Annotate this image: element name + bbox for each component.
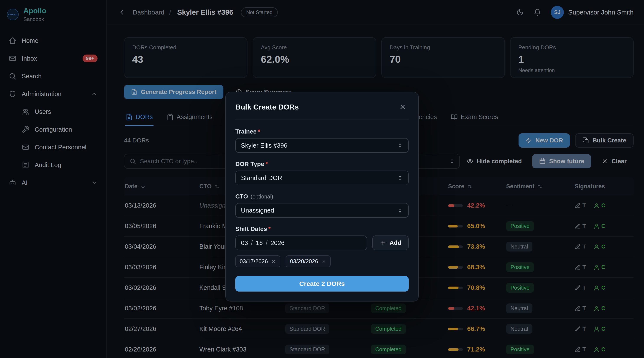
selected-value: Unassigned: [241, 207, 274, 214]
shift-date-row: 03 / 16 / 2026 Add: [235, 235, 409, 250]
date-separator: /: [266, 239, 268, 247]
date-year: 2026: [271, 239, 285, 247]
chevrons-up-down-icon: [397, 207, 403, 213]
dor-type-label: DOR Type: [235, 161, 264, 168]
optional-marker: (optional): [251, 193, 273, 200]
date-separator: /: [251, 239, 253, 247]
modal-header: Bulk Create DORs: [235, 101, 409, 120]
cto-label: CTO: [235, 193, 248, 200]
chip-label: 03/17/2026: [240, 258, 268, 265]
required-marker: *: [268, 225, 271, 232]
shift-date-input[interactable]: 03 / 16 / 2026: [235, 235, 367, 250]
date-month: 03: [241, 239, 248, 247]
cto-field: CTO (optional) Unassigned: [235, 193, 409, 218]
shift-dates-field: Shift Dates * 03 / 16 / 2026 Add 03/17/2…: [235, 225, 409, 267]
shift-date-chip: 03/17/2026: [235, 255, 280, 267]
chevrons-up-down-icon: [397, 175, 403, 181]
modal-title: Bulk Create DORs: [235, 103, 299, 111]
required-marker: *: [266, 161, 268, 168]
trainee-select[interactable]: Skyler Ellis #396: [235, 138, 409, 153]
shift-dates-label: Shift Dates: [235, 225, 267, 232]
trainee-field: Trainee * Skyler Ellis #396: [235, 128, 409, 153]
required-marker: *: [258, 128, 260, 135]
selected-value: Standard DOR: [241, 175, 282, 181]
dor-type-select[interactable]: Standard DOR: [235, 171, 409, 185]
remove-chip-icon[interactable]: [271, 259, 276, 264]
add-shift-date-button[interactable]: Add: [372, 235, 409, 250]
create-dors-button[interactable]: Create 2 DORs: [235, 276, 409, 292]
shift-date-chips: 03/17/202603/20/2026: [235, 255, 409, 267]
remove-chip-icon[interactable]: [322, 259, 326, 264]
date-day: 16: [256, 239, 263, 247]
button-label: Add: [390, 239, 401, 246]
selected-value: Skyler Ellis #396: [241, 142, 287, 149]
close-icon: [399, 103, 406, 111]
dor-type-field: DOR Type * Standard DOR: [235, 161, 409, 185]
plus-icon: [380, 240, 386, 246]
close-modal-button[interactable]: [396, 101, 409, 113]
chevrons-up-down-icon: [397, 142, 403, 149]
bulk-create-modal: Bulk Create DORs Trainee * Skyler Ellis …: [225, 92, 419, 302]
cto-select[interactable]: Unassigned: [235, 203, 409, 218]
trainee-label: Trainee: [235, 128, 256, 135]
chip-label: 03/20/2026: [290, 258, 318, 265]
shift-date-chip: 03/20/2026: [286, 255, 331, 267]
